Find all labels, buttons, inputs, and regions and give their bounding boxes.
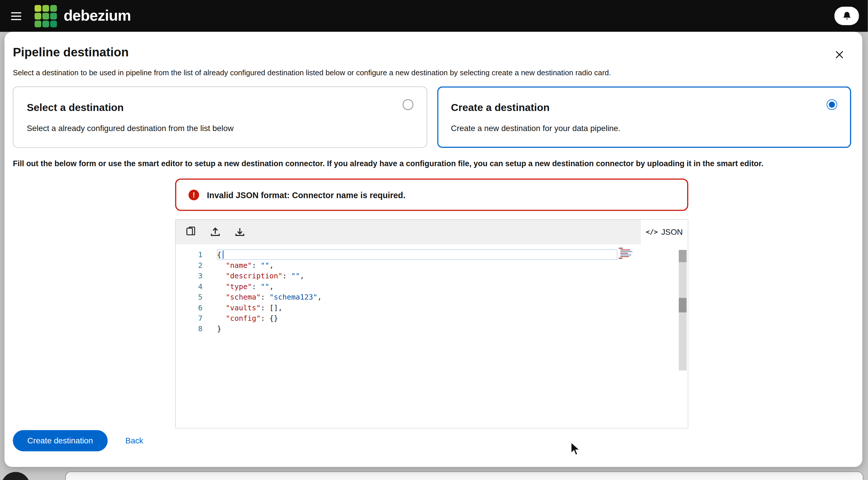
code-line[interactable]: 1{ bbox=[176, 249, 688, 260]
code-line[interactable]: 8} bbox=[176, 324, 688, 334]
page-description: Select a destination to be used in pipel… bbox=[13, 68, 611, 77]
code-text: "config": {} bbox=[217, 314, 278, 323]
code-icon: </> bbox=[646, 228, 658, 236]
code-text: } bbox=[217, 325, 221, 333]
line-number: 2 bbox=[176, 261, 203, 270]
json-editor: </> JSON 1{2 "name": "",3 "description":… bbox=[175, 219, 688, 428]
code-area[interactable]: 1{2 "name": "",3 "description": "",4 "ty… bbox=[176, 244, 688, 428]
download-button[interactable] bbox=[233, 225, 247, 239]
hamburger-menu-icon[interactable] bbox=[9, 9, 24, 23]
code-line[interactable]: 5 "schema": "schema123", bbox=[176, 292, 688, 302]
create-destination-radio[interactable] bbox=[827, 99, 837, 110]
code-text: { bbox=[217, 250, 221, 259]
text-cursor bbox=[222, 250, 224, 259]
page-title: Pipeline destination bbox=[13, 45, 129, 60]
top-bar: debezium bbox=[0, 0, 868, 32]
debezium-logo bbox=[35, 5, 57, 27]
error-alert: Invalid JSON format: Connector name is r… bbox=[175, 178, 688, 211]
pipeline-destination-modal: Pipeline destination Select a destinatio… bbox=[4, 32, 862, 467]
card-create-destination[interactable]: Create a destination Create a new destin… bbox=[437, 87, 851, 148]
code-line[interactable]: 6 "vaults": [], bbox=[176, 302, 688, 313]
line-number: 3 bbox=[176, 272, 203, 280]
code-text: "name": "", bbox=[217, 261, 274, 270]
tab-json[interactable]: </> JSON bbox=[641, 220, 688, 244]
error-alert-text: Invalid JSON format: Connector name is r… bbox=[207, 190, 405, 200]
screen: debezium Pipeline destination Select a d… bbox=[0, 0, 868, 480]
close-button[interactable] bbox=[833, 49, 845, 61]
overview-mark bbox=[679, 298, 687, 312]
upload-icon bbox=[210, 227, 221, 238]
code-line[interactable]: 4 "type": "", bbox=[176, 281, 688, 292]
line-number: 4 bbox=[176, 282, 203, 291]
current-line-highlight bbox=[217, 249, 618, 260]
line-number: 1 bbox=[176, 250, 203, 259]
mouse-cursor bbox=[570, 442, 581, 456]
back-link[interactable]: Back bbox=[125, 436, 143, 445]
card-select-destination[interactable]: Select a destination Select a already co… bbox=[13, 87, 427, 148]
editor-toolbar: </> JSON bbox=[176, 220, 688, 244]
close-icon bbox=[835, 50, 844, 59]
minimap bbox=[618, 247, 635, 261]
line-number: 7 bbox=[176, 314, 203, 323]
line-number: 6 bbox=[176, 303, 203, 312]
brand-name: debezium bbox=[64, 7, 131, 25]
code-text: "description": "", bbox=[217, 272, 304, 280]
create-destination-button[interactable]: Create destination bbox=[13, 430, 107, 451]
notifications-button[interactable] bbox=[834, 7, 859, 25]
code-line[interactable]: 2 "name": "", bbox=[176, 260, 688, 271]
card-subtitle: Select a already configured destination … bbox=[27, 124, 234, 133]
download-icon bbox=[234, 227, 245, 238]
card-title: Create a destination bbox=[451, 101, 550, 114]
error-icon bbox=[189, 189, 199, 200]
line-number: 5 bbox=[176, 293, 203, 301]
form-instruction: Fill out the below form or use the smart… bbox=[13, 159, 849, 168]
destination-option-cards: Select a destination Select a already co… bbox=[13, 87, 851, 148]
select-destination-radio[interactable] bbox=[402, 99, 413, 110]
bell-icon bbox=[842, 11, 851, 21]
editor-scrollbar[interactable] bbox=[679, 250, 687, 370]
code-lines: 1{2 "name": "",3 "description": "",4 "ty… bbox=[176, 249, 688, 334]
code-text: "type": "", bbox=[217, 282, 274, 291]
background-dark-circle bbox=[1, 472, 30, 480]
upload-button[interactable] bbox=[208, 225, 222, 239]
code-line[interactable]: 7 "config": {} bbox=[176, 313, 688, 323]
line-number: 8 bbox=[176, 325, 203, 333]
background-page-edge bbox=[65, 471, 864, 480]
copy-icon bbox=[185, 227, 196, 238]
copy-button[interactable] bbox=[184, 225, 198, 239]
card-title: Select a destination bbox=[27, 101, 124, 114]
code-line[interactable]: 3 "description": "", bbox=[176, 271, 688, 281]
tab-json-label: JSON bbox=[661, 228, 683, 237]
scrollbar-thumb[interactable] bbox=[679, 250, 687, 262]
modal-footer: Create destination Back bbox=[13, 429, 143, 452]
brand[interactable]: debezium bbox=[35, 5, 131, 27]
card-subtitle: Create a new destination for your data p… bbox=[451, 124, 620, 133]
code-text: "schema": "schema123", bbox=[217, 293, 322, 301]
code-text: "vaults": [], bbox=[217, 303, 282, 312]
